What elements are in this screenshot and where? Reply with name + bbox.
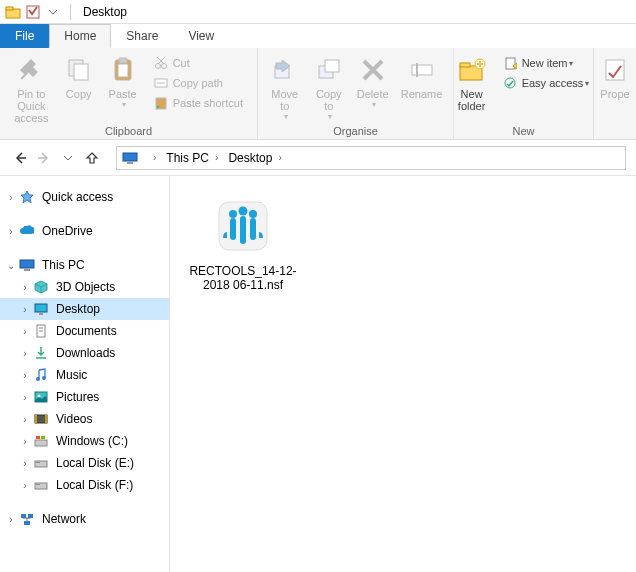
tree-label: OneDrive [42, 224, 93, 238]
tree-desktop[interactable]: › Desktop [0, 298, 169, 320]
crumb-root-chevron[interactable]: › [145, 152, 164, 163]
cube-icon [32, 278, 50, 296]
chevron-down-icon: ▾ [585, 79, 589, 88]
tab-view[interactable]: View [173, 24, 229, 48]
qat-properties-icon[interactable] [24, 3, 42, 21]
chevron-right-icon: › [18, 392, 32, 403]
chevron-down-icon: ▾ [284, 112, 288, 121]
nav-recent-dropdown[interactable] [58, 148, 78, 168]
tree-pictures[interactable]: › Pictures [0, 386, 169, 408]
scissors-icon [153, 55, 169, 71]
tree-e-drive[interactable]: › Local Disk (E:) [0, 452, 169, 474]
group-open: Prope [594, 48, 636, 139]
tree-f-drive[interactable]: › Local Disk (F:) [0, 474, 169, 496]
easy-access-label: Easy access [522, 77, 584, 89]
tree-documents[interactable]: › Documents [0, 320, 169, 342]
svg-rect-57 [36, 484, 40, 485]
tree-3d-objects[interactable]: › 3D Objects [0, 276, 169, 298]
drive-windows-icon [32, 432, 50, 450]
svg-rect-21 [412, 65, 432, 75]
svg-rect-30 [606, 60, 624, 80]
file-name: RECTOOLS_14-12-2018 06-11.nsf [188, 264, 298, 292]
tree-this-pc[interactable]: ⌄ This PC [0, 254, 169, 276]
svg-rect-18 [325, 60, 339, 72]
network-icon [18, 510, 36, 528]
nav-back-button[interactable] [10, 148, 30, 168]
document-icon [32, 322, 50, 340]
new-item-icon [502, 55, 518, 71]
tree-c-drive[interactable]: › Windows (C:) [0, 430, 169, 452]
copy-button[interactable]: Copy [57, 52, 101, 102]
paste-shortcut-label: Paste shortcut [173, 97, 243, 109]
tree-onedrive[interactable]: › OneDrive [0, 220, 169, 242]
copy-path-button[interactable]: Copy path [149, 74, 247, 92]
tree-downloads[interactable]: › Downloads [0, 342, 169, 364]
copy-to-label: Copy to [316, 88, 342, 112]
tab-home[interactable]: Home [49, 24, 111, 48]
drive-icon [32, 454, 50, 472]
svg-point-66 [249, 210, 257, 218]
cut-button[interactable]: Cut [149, 54, 247, 72]
file-pane[interactable]: RECTOOLS_14-12-2018 06-11.nsf [170, 176, 636, 572]
tab-share[interactable]: Share [111, 24, 173, 48]
tree-label: This PC [42, 258, 85, 272]
music-icon [32, 366, 50, 384]
crumb-this-pc[interactable]: This PC› [164, 151, 226, 165]
file-item[interactable]: RECTOOLS_14-12-2018 06-11.nsf [188, 194, 298, 292]
star-icon [18, 188, 36, 206]
tree-label: Network [42, 512, 86, 526]
svg-rect-36 [24, 269, 30, 271]
group-clipboard: Pin to Quick access Copy Paste ▾ [0, 48, 258, 139]
chevron-right-icon: › [18, 480, 32, 491]
breadcrumb[interactable]: › This PC› Desktop› [116, 146, 626, 170]
chevron-right-icon: › [18, 282, 32, 293]
delete-button[interactable]: Delete ▾ [351, 52, 395, 111]
ribbon: Pin to Quick access Copy Paste ▾ [0, 48, 636, 140]
nav-up-button[interactable] [82, 148, 102, 168]
svg-point-29 [505, 78, 515, 88]
svg-rect-68 [240, 216, 246, 244]
move-to-button[interactable]: Move to ▾ [263, 52, 307, 123]
easy-access-button[interactable]: Easy access ▾ [498, 74, 594, 92]
ribbon-tabs: File Home Share View [0, 24, 636, 48]
svg-rect-67 [230, 218, 236, 240]
svg-rect-34 [127, 162, 133, 164]
svg-rect-8 [119, 58, 127, 63]
qat-dropdown-icon[interactable] [44, 3, 62, 21]
nav-forward-button[interactable] [34, 148, 54, 168]
tree-label: 3D Objects [56, 280, 115, 294]
new-item-button[interactable]: New item ▾ [498, 54, 594, 72]
new-folder-button[interactable]: New folder [450, 52, 494, 114]
svg-rect-52 [36, 436, 40, 439]
chevron-right-icon: › [18, 370, 32, 381]
tree-label: Pictures [56, 390, 99, 404]
cut-label: Cut [173, 57, 190, 69]
chevron-right-icon: › [4, 226, 18, 237]
crumb-desktop[interactable]: Desktop› [226, 151, 289, 165]
chevron-right-icon: › [18, 458, 32, 469]
copy-label: Copy [66, 88, 92, 100]
copy-to-button[interactable]: Copy to ▾ [307, 52, 351, 123]
pin-to-quick-access-button[interactable]: Pin to Quick access [6, 52, 57, 126]
chevron-right-icon: › [18, 348, 32, 359]
tree-label: Local Disk (E:) [56, 456, 134, 470]
title-bar: Desktop [0, 0, 636, 24]
folder-app-icon [4, 3, 22, 21]
properties-button[interactable]: Prope [593, 52, 636, 102]
new-item-label: New item [522, 57, 568, 69]
pictures-icon [32, 388, 50, 406]
title-divider [70, 4, 71, 20]
rename-button[interactable]: Rename [395, 52, 449, 102]
tree-network[interactable]: › Network [0, 508, 169, 530]
chevron-right-icon: › [18, 414, 32, 425]
tree-quick-access[interactable]: › Quick access [0, 186, 169, 208]
svg-rect-49 [35, 415, 37, 423]
group-new-label: New [454, 125, 593, 137]
paste-button[interactable]: Paste ▾ [101, 52, 145, 111]
chevron-down-icon: ▾ [122, 100, 126, 109]
tree-videos[interactable]: › Videos [0, 408, 169, 430]
paste-shortcut-button[interactable]: Paste shortcut [149, 94, 247, 112]
tree-music[interactable]: › Music [0, 364, 169, 386]
tab-file[interactable]: File [0, 24, 49, 48]
group-clipboard-label: Clipboard [0, 125, 257, 137]
